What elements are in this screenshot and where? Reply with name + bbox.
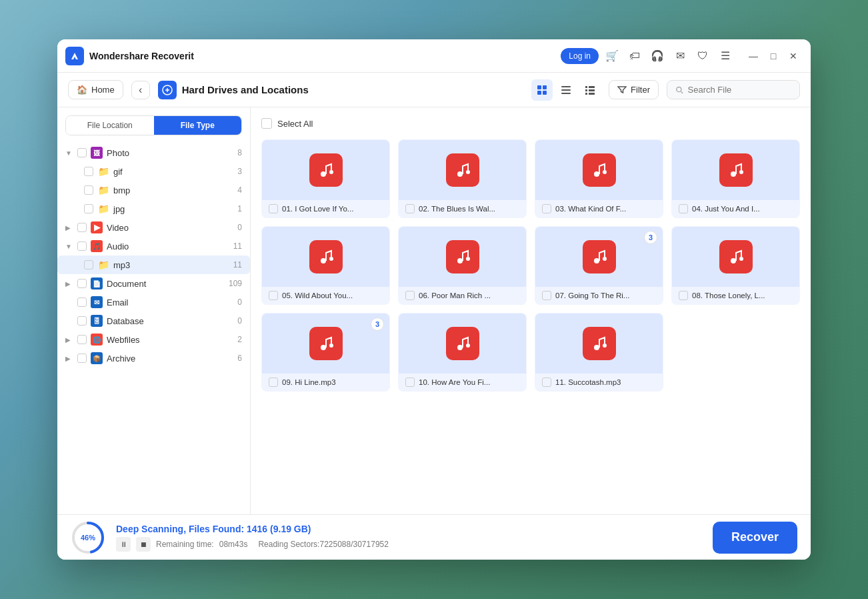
audio-checkbox[interactable]: [77, 241, 87, 251]
file-checkbox[interactable]: [679, 204, 688, 213]
file-area: Select All 01. I Got Love If Yo...: [251, 107, 811, 514]
file-card[interactable]: 10. How Are You Fi...: [398, 313, 527, 392]
home-button[interactable]: 🏠 Home: [68, 80, 123, 99]
sidebar-item-photo[interactable]: ▼ 🖼 Photo 8: [57, 143, 250, 162]
mp3-checkbox[interactable]: [84, 260, 93, 269]
jpg-checkbox[interactable]: [84, 204, 93, 213]
reading-sectors: Reading Sectors:7225088/30717952: [258, 540, 389, 549]
scan-info: Deep Scanning, Files Found: 1416 (9.19 G…: [116, 524, 702, 552]
file-card[interactable]: 11. Succotash.mp3: [535, 313, 663, 392]
file-checkbox[interactable]: [405, 378, 415, 387]
toolbar: 🏠 Home ‹ Hard Drives and Locations: [57, 73, 811, 107]
minimize-button[interactable]: —: [744, 47, 763, 65]
svg-point-21: [731, 171, 736, 177]
sidebar-item-gif[interactable]: 📁 gif 3: [57, 162, 250, 181]
filter-button[interactable]: Filter: [609, 80, 659, 99]
file-checkbox[interactable]: [542, 291, 551, 300]
file-card[interactable]: 01. I Got Love If Yo...: [261, 139, 390, 218]
file-checkbox[interactable]: [542, 204, 551, 213]
music-icon: [719, 240, 753, 273]
file-checkbox[interactable]: [269, 378, 278, 387]
document-checkbox[interactable]: [77, 279, 87, 288]
photo-checkbox[interactable]: [77, 148, 87, 157]
grid-view-button[interactable]: [531, 79, 553, 101]
file-checkbox[interactable]: [679, 291, 688, 300]
gif-checkbox[interactable]: [84, 167, 93, 176]
file-checkbox[interactable]: [542, 378, 551, 387]
card-footer: 01. I Got Love If Yo...: [262, 200, 389, 217]
tab-file-location[interactable]: File Location: [66, 116, 154, 135]
file-name: 08. Those Lonely, L...: [692, 291, 765, 300]
sidebar-item-video[interactable]: ▶ ▶ Video 0: [57, 218, 250, 237]
bmp-label: bmp: [113, 185, 130, 195]
sidebar-item-bmp[interactable]: 📁 bmp 4: [57, 181, 250, 199]
list-icon[interactable]: ☰: [716, 47, 735, 65]
sidebar-item-document[interactable]: ▶ 📄 Document 109: [57, 274, 250, 293]
titlebar: Wondershare Recoverit Log in 🛒 🏷 🎧 ✉ 🛡 ☰…: [57, 39, 811, 73]
close-button[interactable]: ✕: [784, 47, 803, 65]
music-icon: [446, 240, 479, 273]
jpg-folder-icon: 📁: [97, 203, 109, 215]
headset-icon[interactable]: 🎧: [648, 47, 667, 65]
file-checkbox[interactable]: [405, 204, 415, 213]
file-checkbox[interactable]: [269, 204, 278, 213]
file-name: 06. Poor Man Rich ...: [419, 291, 491, 300]
file-card[interactable]: 04. Just You And I...: [671, 139, 800, 218]
music-icon: [309, 327, 343, 360]
svg-rect-8: [585, 86, 587, 88]
mail-icon[interactable]: ✉: [671, 47, 689, 65]
app-logo: [65, 47, 84, 65]
video-checkbox[interactable]: [77, 223, 87, 232]
sidebar-item-audio[interactable]: ▼ 🎵 Audio 11: [57, 237, 250, 255]
gif-label: gif: [113, 167, 123, 177]
file-checkbox[interactable]: [269, 291, 278, 300]
chevron-right-icon: ▶: [65, 224, 73, 231]
recover-button[interactable]: Recover: [713, 522, 797, 554]
login-button[interactable]: Log in: [561, 48, 599, 64]
tag-icon[interactable]: 🏷: [625, 47, 644, 65]
file-card[interactable]: 02. The Blues Is Wal...: [398, 139, 527, 218]
sidebar-item-email[interactable]: ▶ ✉ Email 0: [57, 293, 250, 312]
search-box[interactable]: [667, 80, 800, 99]
photo-label: Photo: [107, 148, 129, 158]
bmp-checkbox[interactable]: [84, 185, 93, 195]
mp3-count: 11: [233, 260, 242, 269]
file-card[interactable]: 06. Poor Man Rich ...: [398, 226, 527, 305]
tab-file-type[interactable]: File Type: [154, 116, 242, 135]
sidebar-item-jpg[interactable]: 📁 jpg 1: [57, 199, 250, 218]
card-footer: 11. Succotash.mp3: [535, 374, 663, 391]
webfiles-checkbox[interactable]: [77, 335, 87, 344]
pause-button[interactable]: ⏸: [116, 537, 131, 552]
audio-count: 11: [233, 241, 242, 251]
maximize-button[interactable]: □: [764, 47, 783, 65]
archive-checkbox[interactable]: [77, 354, 87, 363]
stop-button[interactable]: ⏹: [136, 537, 151, 552]
file-card[interactable]: 3 09. Hi Line.mp3: [261, 313, 390, 392]
search-input[interactable]: [688, 85, 791, 95]
file-card[interactable]: 03. What Kind Of F...: [535, 139, 663, 218]
sidebar-item-webfiles[interactable]: ▶ 🌐 Webfiles 2: [57, 330, 250, 349]
file-card[interactable]: 08. Those Lonely, L...: [671, 226, 800, 305]
sidebar-item-mp3[interactable]: 📁 mp3 11: [57, 255, 250, 274]
card-preview: [399, 140, 526, 200]
svg-point-26: [466, 257, 470, 261]
remaining-time: 08m43s: [219, 540, 248, 549]
select-all-checkbox[interactable]: [261, 118, 272, 129]
email-checkbox[interactable]: [77, 297, 87, 307]
file-card[interactable]: 3 07. Going To The Ri...: [535, 226, 663, 305]
back-button[interactable]: ‹: [131, 81, 150, 99]
list-view-button[interactable]: [555, 79, 577, 101]
card-preview: [262, 140, 389, 200]
file-card[interactable]: 05. Wild About You...: [261, 226, 390, 305]
files-count: 1416: [247, 524, 267, 534]
sidebar-item-database[interactable]: ▶ 🗄 Database 0: [57, 312, 250, 330]
shield-icon[interactable]: 🛡: [693, 47, 712, 65]
cart-icon[interactable]: 🛒: [603, 47, 621, 65]
database-checkbox[interactable]: [77, 316, 87, 326]
document-label: Document: [107, 279, 146, 289]
svg-point-35: [594, 345, 599, 350]
svg-rect-1: [537, 85, 541, 89]
detail-view-button[interactable]: [579, 79, 601, 101]
file-checkbox[interactable]: [405, 291, 415, 300]
sidebar-item-archive[interactable]: ▶ 📦 Archive 6: [57, 349, 250, 368]
